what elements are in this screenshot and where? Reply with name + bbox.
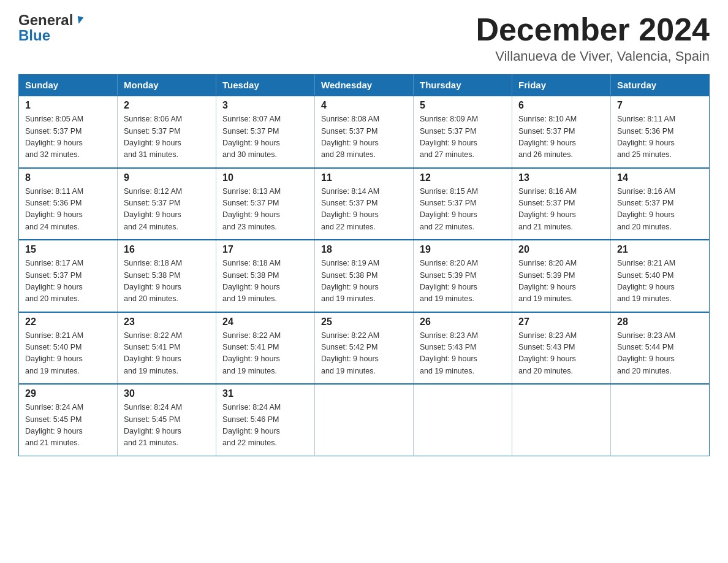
day-number: 9 bbox=[124, 172, 210, 183]
calendar-cell: 6 Sunrise: 8:10 AM Sunset: 5:37 PM Dayli… bbox=[512, 96, 611, 168]
day-info: Sunrise: 8:10 AM Sunset: 5:37 PM Dayligh… bbox=[518, 113, 604, 161]
day-number: 30 bbox=[124, 388, 210, 399]
calendar-cell: 10 Sunrise: 8:13 AM Sunset: 5:37 PM Dayl… bbox=[216, 168, 315, 240]
calendar-cell: 18 Sunrise: 8:19 AM Sunset: 5:38 PM Dayl… bbox=[315, 240, 414, 312]
day-info: Sunrise: 8:23 AM Sunset: 5:43 PM Dayligh… bbox=[518, 330, 604, 378]
calendar-cell: 4 Sunrise: 8:08 AM Sunset: 5:37 PM Dayli… bbox=[315, 96, 414, 168]
day-info: Sunrise: 8:19 AM Sunset: 5:38 PM Dayligh… bbox=[321, 258, 407, 305]
day-number: 12 bbox=[420, 172, 506, 183]
day-info: Sunrise: 8:24 AM Sunset: 5:45 PM Dayligh… bbox=[25, 402, 111, 450]
day-info: Sunrise: 8:12 AM Sunset: 5:37 PM Dayligh… bbox=[124, 186, 210, 234]
day-info: Sunrise: 8:06 AM Sunset: 5:37 PM Dayligh… bbox=[124, 113, 210, 161]
logo-general-row: General bbox=[18, 12, 85, 28]
svg-marker-0 bbox=[76, 16, 84, 25]
day-info: Sunrise: 8:22 AM Sunset: 5:41 PM Dayligh… bbox=[222, 330, 308, 378]
calendar-cell: 24 Sunrise: 8:22 AM Sunset: 5:41 PM Dayl… bbox=[216, 312, 315, 385]
calendar-week-row: 8 Sunrise: 8:11 AM Sunset: 5:36 PM Dayli… bbox=[19, 168, 710, 240]
day-info: Sunrise: 8:22 AM Sunset: 5:42 PM Dayligh… bbox=[321, 330, 407, 378]
calendar-week-row: 15 Sunrise: 8:17 AM Sunset: 5:37 PM Dayl… bbox=[19, 240, 710, 312]
calendar-cell: 17 Sunrise: 8:18 AM Sunset: 5:38 PM Dayl… bbox=[216, 240, 315, 312]
day-info: Sunrise: 8:22 AM Sunset: 5:41 PM Dayligh… bbox=[124, 330, 210, 378]
day-number: 4 bbox=[321, 100, 407, 111]
day-number: 20 bbox=[518, 244, 604, 255]
day-number: 28 bbox=[617, 316, 703, 327]
calendar-week-row: 22 Sunrise: 8:21 AM Sunset: 5:40 PM Dayl… bbox=[19, 312, 710, 385]
calendar-cell: 30 Sunrise: 8:24 AM Sunset: 5:45 PM Dayl… bbox=[118, 384, 216, 456]
calendar-day-header: Friday bbox=[512, 75, 611, 96]
day-number: 6 bbox=[518, 100, 604, 111]
day-info: Sunrise: 8:20 AM Sunset: 5:39 PM Dayligh… bbox=[420, 258, 506, 305]
calendar-cell: 21 Sunrise: 8:21 AM Sunset: 5:40 PM Dayl… bbox=[611, 240, 710, 312]
calendar-cell: 26 Sunrise: 8:23 AM Sunset: 5:43 PM Dayl… bbox=[414, 312, 512, 385]
day-number: 11 bbox=[321, 172, 407, 183]
day-info: Sunrise: 8:09 AM Sunset: 5:37 PM Dayligh… bbox=[420, 113, 506, 161]
calendar-cell: 16 Sunrise: 8:18 AM Sunset: 5:38 PM Dayl… bbox=[118, 240, 216, 312]
day-number: 21 bbox=[617, 244, 703, 255]
day-info: Sunrise: 8:24 AM Sunset: 5:46 PM Dayligh… bbox=[222, 402, 308, 450]
calendar-cell bbox=[414, 384, 512, 456]
day-info: Sunrise: 8:05 AM Sunset: 5:37 PM Dayligh… bbox=[25, 113, 111, 161]
calendar-cell: 2 Sunrise: 8:06 AM Sunset: 5:37 PM Dayli… bbox=[118, 96, 216, 168]
day-info: Sunrise: 8:23 AM Sunset: 5:44 PM Dayligh… bbox=[617, 330, 703, 378]
calendar-header-row: SundayMondayTuesdayWednesdayThursdayFrid… bbox=[19, 75, 710, 96]
day-number: 13 bbox=[518, 172, 604, 183]
calendar-day-header: Monday bbox=[118, 75, 216, 96]
calendar-cell: 8 Sunrise: 8:11 AM Sunset: 5:36 PM Dayli… bbox=[19, 168, 118, 240]
day-info: Sunrise: 8:13 AM Sunset: 5:37 PM Dayligh… bbox=[222, 186, 308, 234]
day-number: 19 bbox=[420, 244, 506, 255]
calendar-cell: 7 Sunrise: 8:11 AM Sunset: 5:36 PM Dayli… bbox=[611, 96, 710, 168]
calendar-cell: 28 Sunrise: 8:23 AM Sunset: 5:44 PM Dayl… bbox=[611, 312, 710, 385]
day-info: Sunrise: 8:21 AM Sunset: 5:40 PM Dayligh… bbox=[25, 330, 111, 378]
logo-triangle-icon bbox=[74, 15, 85, 26]
calendar-week-row: 1 Sunrise: 8:05 AM Sunset: 5:37 PM Dayli… bbox=[19, 96, 710, 168]
day-info: Sunrise: 8:18 AM Sunset: 5:38 PM Dayligh… bbox=[124, 258, 210, 305]
day-info: Sunrise: 8:18 AM Sunset: 5:38 PM Dayligh… bbox=[222, 258, 308, 305]
day-number: 5 bbox=[420, 100, 506, 111]
day-number: 29 bbox=[25, 388, 111, 399]
day-number: 15 bbox=[25, 244, 111, 255]
calendar-cell: 19 Sunrise: 8:20 AM Sunset: 5:39 PM Dayl… bbox=[414, 240, 512, 312]
day-number: 10 bbox=[222, 172, 308, 183]
day-number: 17 bbox=[222, 244, 308, 255]
calendar-week-row: 29 Sunrise: 8:24 AM Sunset: 5:45 PM Dayl… bbox=[19, 384, 710, 456]
calendar-cell: 9 Sunrise: 8:12 AM Sunset: 5:37 PM Dayli… bbox=[118, 168, 216, 240]
calendar-cell: 5 Sunrise: 8:09 AM Sunset: 5:37 PM Dayli… bbox=[414, 96, 512, 168]
calendar-cell bbox=[512, 384, 611, 456]
calendar-table: SundayMondayTuesdayWednesdayThursdayFrid… bbox=[18, 74, 710, 456]
calendar-cell: 14 Sunrise: 8:16 AM Sunset: 5:37 PM Dayl… bbox=[611, 168, 710, 240]
title-block: December 2024 Villanueva de Viver, Valen… bbox=[476, 12, 710, 64]
calendar-day-header: Saturday bbox=[611, 75, 710, 96]
calendar-cell: 3 Sunrise: 8:07 AM Sunset: 5:37 PM Dayli… bbox=[216, 96, 315, 168]
calendar-cell: 15 Sunrise: 8:17 AM Sunset: 5:37 PM Dayl… bbox=[19, 240, 118, 312]
logo: General Blue bbox=[18, 12, 85, 44]
calendar-cell: 23 Sunrise: 8:22 AM Sunset: 5:41 PM Dayl… bbox=[118, 312, 216, 385]
day-number: 18 bbox=[321, 244, 407, 255]
day-number: 2 bbox=[124, 100, 210, 111]
day-number: 23 bbox=[124, 316, 210, 327]
day-number: 31 bbox=[222, 388, 308, 399]
day-number: 27 bbox=[518, 316, 604, 327]
day-number: 24 bbox=[222, 316, 308, 327]
calendar-day-header: Tuesday bbox=[216, 75, 315, 96]
logo-blue-text: Blue bbox=[18, 27, 50, 44]
calendar-day-header: Wednesday bbox=[315, 75, 414, 96]
day-info: Sunrise: 8:24 AM Sunset: 5:45 PM Dayligh… bbox=[124, 402, 210, 450]
page-title: December 2024 bbox=[476, 12, 710, 47]
day-info: Sunrise: 8:08 AM Sunset: 5:37 PM Dayligh… bbox=[321, 113, 407, 161]
day-number: 25 bbox=[321, 316, 407, 327]
day-info: Sunrise: 8:16 AM Sunset: 5:37 PM Dayligh… bbox=[617, 186, 703, 234]
day-info: Sunrise: 8:21 AM Sunset: 5:40 PM Dayligh… bbox=[617, 258, 703, 305]
calendar-day-header: Sunday bbox=[19, 75, 118, 96]
calendar-cell: 1 Sunrise: 8:05 AM Sunset: 5:37 PM Dayli… bbox=[19, 96, 118, 168]
calendar-cell: 25 Sunrise: 8:22 AM Sunset: 5:42 PM Dayl… bbox=[315, 312, 414, 385]
calendar-cell: 31 Sunrise: 8:24 AM Sunset: 5:46 PM Dayl… bbox=[216, 384, 315, 456]
day-number: 3 bbox=[222, 100, 308, 111]
page-subtitle: Villanueva de Viver, Valencia, Spain bbox=[476, 48, 710, 64]
day-number: 1 bbox=[25, 100, 111, 111]
day-number: 26 bbox=[420, 316, 506, 327]
day-info: Sunrise: 8:17 AM Sunset: 5:37 PM Dayligh… bbox=[25, 258, 111, 305]
calendar-cell: 20 Sunrise: 8:20 AM Sunset: 5:39 PM Dayl… bbox=[512, 240, 611, 312]
day-number: 22 bbox=[25, 316, 111, 327]
calendar-cell: 22 Sunrise: 8:21 AM Sunset: 5:40 PM Dayl… bbox=[19, 312, 118, 385]
calendar-cell: 12 Sunrise: 8:15 AM Sunset: 5:37 PM Dayl… bbox=[414, 168, 512, 240]
